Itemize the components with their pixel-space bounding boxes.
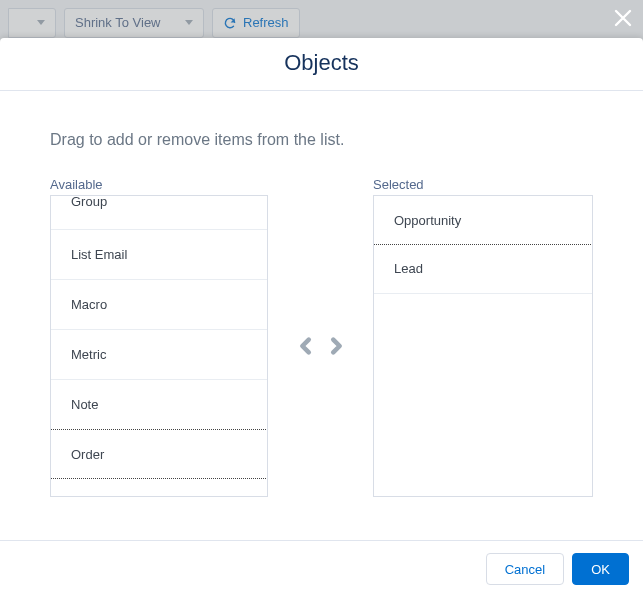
list-item-label: List Email [71,247,127,262]
selected-column: Selected Opportunity Lead [373,177,593,497]
list-item[interactable]: Group [51,196,267,230]
objects-modal: Objects Drag to add or remove items from… [0,38,643,597]
selected-listbox[interactable]: Opportunity Lead [373,195,593,497]
list-item[interactable]: List Email [51,230,267,280]
instructions-text: Drag to add or remove items from the lis… [50,131,593,149]
list-item-label: Note [71,397,98,412]
list-item-label: Macro [71,297,107,312]
selected-label: Selected [373,177,593,192]
list-item-label: Order [71,447,104,462]
close-button[interactable] [612,7,634,29]
list-item[interactable]: Metric [51,330,267,380]
available-label: Available [50,177,268,192]
list-item-label: Opportunity [394,213,461,228]
available-column: Available Group List Email Macro Metric [50,177,268,497]
modal-footer: Cancel OK [0,540,643,597]
cancel-button[interactable]: Cancel [486,553,564,585]
list-item[interactable]: Order [50,429,268,479]
move-left-button[interactable] [295,335,317,357]
dual-listbox: Available Group List Email Macro Metric [50,177,593,497]
list-item[interactable]: Opportunity [373,195,593,245]
available-listbox[interactable]: Group List Email Macro Metric Note [50,195,268,497]
ok-button[interactable]: OK [572,553,629,585]
modal-header: Objects [0,38,643,91]
list-item[interactable]: Macro [51,280,267,330]
list-item[interactable]: Note [51,380,267,430]
move-right-button[interactable] [325,335,347,357]
modal-body: Drag to add or remove items from the lis… [0,91,643,540]
modal-title: Objects [0,50,643,76]
list-item-label: Metric [71,347,106,362]
list-item-label: Group [71,195,107,209]
list-item[interactable]: Lead [374,244,592,294]
list-item-label: Lead [394,261,423,276]
transfer-arrows [268,177,373,497]
